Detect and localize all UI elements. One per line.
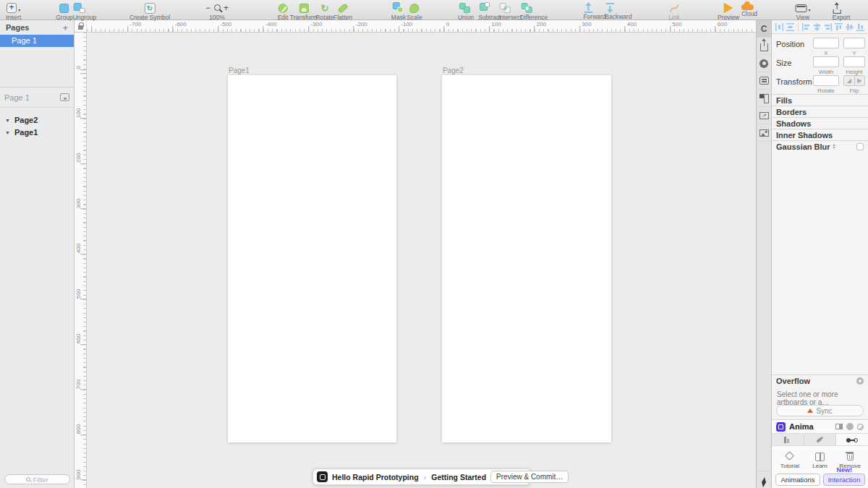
flip-vertical-icon[interactable]: ▶ [855, 76, 865, 85]
page-item-selected[interactable]: Page 1 [0, 35, 74, 47]
rotate-input[interactable] [813, 75, 839, 86]
h-ruler-tick-label: 300 [582, 21, 591, 27]
sync-button[interactable]: Sync [776, 405, 864, 416]
view-button[interactable]: ▾ View [795, 1, 810, 21]
flip-control[interactable]: ◢▶ [843, 75, 865, 86]
document-lines-icon [760, 77, 769, 85]
panel-toggle-icon[interactable] [835, 424, 843, 429]
v-ruler-tick-label: 200 [75, 153, 82, 164]
position-x-input[interactable] [813, 38, 839, 48]
layout-panel-button[interactable] [757, 90, 771, 107]
v-ruler-tick-label: 600 [75, 333, 82, 345]
flip-horizontal-icon[interactable]: ◢ [844, 76, 855, 85]
tab-layout[interactable] [772, 434, 804, 445]
export-button[interactable]: Export [833, 1, 851, 21]
artboard-page1[interactable] [228, 75, 396, 442]
transform-button[interactable]: Transform [290, 1, 318, 21]
align-middle-icon[interactable] [846, 23, 854, 31]
size-width-input[interactable] [813, 56, 839, 67]
lightning-icon [762, 477, 766, 482]
artboard-label-page2[interactable]: Page2 [443, 67, 464, 74]
h-ruler-tick-label: -500 [220, 21, 231, 27]
overflow-section-header[interactable]: Overflow [772, 374, 868, 386]
gaussian-blur-checkbox[interactable] [856, 143, 864, 150]
inner-shadows-section-header[interactable]: Inner Shadows [772, 129, 868, 140]
v-ruler-tick-label: 100 [75, 107, 82, 119]
distribute-horizontally-icon[interactable] [775, 23, 783, 31]
shadows-section-header[interactable]: Shadows [772, 117, 868, 129]
artboard-label-page1[interactable]: Page1 [229, 67, 250, 74]
mask-button[interactable]: Mask [391, 1, 406, 21]
align-top-icon[interactable] [835, 23, 843, 31]
rocket-icon [816, 436, 824, 443]
difference-button[interactable]: Difference [520, 1, 548, 21]
blur-type-stepper-icon[interactable]: ▲▼ [833, 143, 836, 149]
distribute-vertically-icon[interactable] [786, 23, 794, 31]
inspector: Position X Y Size Width Height Transform… [772, 20, 868, 488]
disclosure-triangle-icon[interactable]: ▼ [5, 130, 10, 135]
ungroup-button[interactable]: Ungroup [73, 1, 97, 21]
union-button[interactable]: Union [458, 1, 474, 21]
size-height-input[interactable] [843, 56, 865, 67]
align-center-horizontal-icon[interactable] [813, 23, 821, 31]
artboard-list-icon[interactable] [60, 93, 69, 101]
photo-add-button[interactable] [757, 124, 771, 142]
intersect-button[interactable]: Intersect [498, 1, 522, 21]
filter-input[interactable]: Filter [4, 474, 70, 484]
photo-export-button[interactable]: ↗ [757, 107, 771, 124]
layer-row-page2[interactable]: ▼ Page2 [0, 114, 74, 126]
learn-button[interactable]: Learn [805, 450, 835, 469]
preview-button[interactable]: Preview [718, 1, 739, 21]
content-panel-button[interactable] [757, 72, 771, 90]
divider [798, 22, 799, 31]
group-button[interactable]: Group [56, 1, 73, 21]
search-icon [26, 477, 30, 481]
flatten-button[interactable]: Flatten [333, 1, 352, 21]
zoom-in-icon[interactable]: + [224, 4, 229, 12]
borders-section-header[interactable]: Borders [772, 106, 868, 117]
h-ruler-tick-label: 400 [627, 21, 637, 27]
overflow-message: Select one or more artboards or a… [777, 390, 864, 406]
insert-button[interactable]: +▾ Insert [6, 1, 21, 21]
link-button[interactable]: Link [668, 1, 680, 21]
backward-button[interactable]: Backward [605, 1, 631, 20]
zoom-out-icon[interactable]: − [205, 4, 210, 12]
position-y-input[interactable] [843, 38, 865, 48]
craft-logo-icon: C [761, 24, 767, 34]
align-right-icon[interactable] [824, 23, 832, 31]
align-bottom-icon[interactable] [856, 23, 864, 31]
share-icon [760, 43, 768, 51]
interaction-design-button[interactable]: Interaction Design [823, 474, 865, 486]
share-panel-button[interactable] [757, 38, 771, 55]
help-icon[interactable] [857, 424, 864, 430]
settings-panel-button[interactable] [757, 55, 771, 72]
tutorial-button[interactable]: Tutorial [775, 450, 805, 469]
animations-button[interactable]: Animations [775, 474, 820, 486]
disclosure-triangle-icon[interactable]: ▼ [5, 118, 10, 123]
craft-panel-button[interactable]: C [757, 20, 771, 38]
anima-settings-icon[interactable] [846, 423, 854, 430]
quick-actions-button[interactable] [757, 471, 771, 488]
preview-commit-button[interactable]: Preview & Commit… [490, 471, 569, 483]
intersect-icon [498, 2, 511, 14]
edit-button[interactable]: Edit [278, 1, 289, 21]
ruler-lock-corner[interactable] [75, 20, 87, 33]
view-icon: ▾ [795, 2, 810, 14]
tab-prototype[interactable] [836, 434, 868, 445]
alignment-toolbar [772, 20, 868, 34]
tab-launch[interactable] [804, 434, 837, 445]
gaussian-blur-section-header[interactable]: Gaussian Blur▲▼ [772, 140, 868, 152]
add-page-button[interactable]: + [62, 23, 68, 33]
scale-button[interactable]: Scale [407, 1, 422, 21]
cloud-button[interactable]: Cloud [741, 1, 757, 17]
layer-row-page1[interactable]: ▼ Page1 [0, 127, 74, 138]
fills-section-header[interactable]: Fills [772, 94, 868, 106]
zoom-control[interactable]: −+ 100% [205, 1, 229, 21]
project-name: Hello Rapid Prototyping [332, 473, 419, 481]
align-left-icon[interactable] [802, 23, 810, 31]
create-symbol-button[interactable]: ↻ Create Symbol [129, 1, 170, 21]
forward-button[interactable]: Forward [583, 1, 605, 20]
gear-icon[interactable] [856, 377, 864, 385]
rotate-button[interactable]: ↻ Rotate [315, 1, 333, 21]
artboard-page2[interactable] [442, 75, 611, 442]
